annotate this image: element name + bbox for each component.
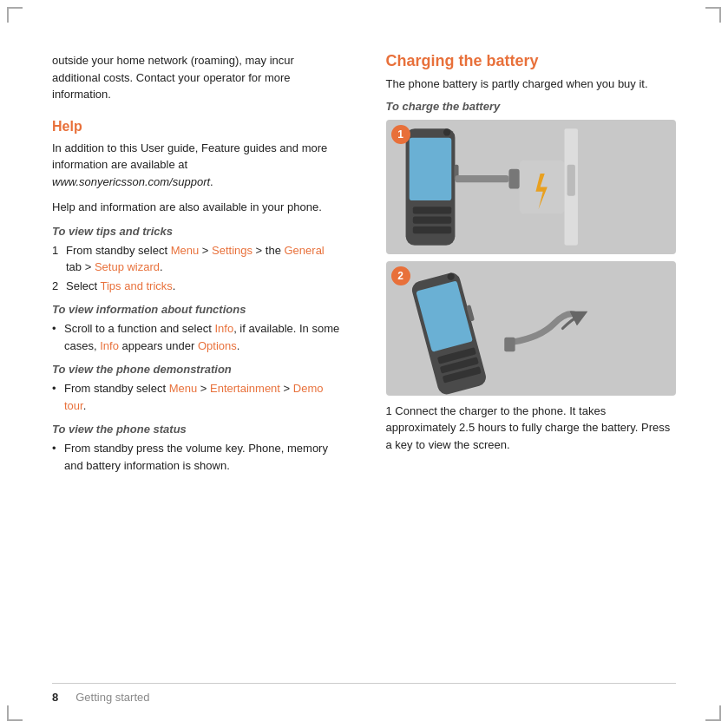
left-column: outside your home network (roaming), may… — [52, 52, 351, 676]
svg-point-2 — [443, 128, 449, 135]
phone-svg-2 — [386, 261, 677, 396]
intro-text: outside your home network (roaming), may… — [52, 52, 343, 103]
corner-mark-br — [705, 705, 721, 721]
svg-rect-8 — [508, 168, 519, 188]
info-list: Scroll to a function and select Info, if… — [52, 320, 343, 354]
charge-subheading: To charge the battery — [386, 100, 677, 113]
menu-link-1: Menu — [171, 244, 200, 257]
phone-image-2: 2 — [386, 261, 677, 396]
help-heading: Help — [52, 119, 343, 134]
corner-mark-tl — [7, 7, 23, 23]
phone-image-1: 1 — [386, 120, 677, 254]
tips-step-1: 1 From standby select Menu > Settings > … — [52, 242, 343, 276]
menu-link-2: Menu — [169, 382, 198, 395]
step-num-2: 2 — [391, 266, 410, 285]
help-body2: Help and information are also available … — [52, 199, 343, 216]
svg-rect-14 — [416, 280, 473, 351]
tips-step-2: 2 Select Tips and tricks. — [52, 278, 343, 295]
step-desc-num: 1 — [386, 404, 396, 417]
footer-page-number: 8 — [52, 691, 58, 704]
entertainment-link: Entertainment — [210, 382, 280, 395]
step-description: 1 Connect the charger to the phone. It t… — [386, 403, 677, 454]
corner-mark-tr — [705, 7, 721, 23]
svg-rect-20 — [504, 337, 515, 351]
status-subheading: To view the phone status — [52, 423, 343, 436]
svg-rect-12 — [567, 164, 574, 195]
help-url: www.sonyericsson.com/support — [52, 175, 210, 188]
demo-subheading: To view the phone demonstration — [52, 363, 343, 376]
phone-svg-1 — [386, 120, 677, 254]
svg-rect-7 — [455, 175, 508, 182]
setup-wizard-link: Setup wizard — [95, 260, 160, 273]
demo-list: From standby select Menu > Entertainment… — [52, 380, 343, 414]
svg-rect-4 — [412, 207, 450, 213]
footer: 8 Getting started — [52, 683, 676, 704]
charging-heading: Charging the battery — [386, 52, 677, 70]
demo-bullet-1: From standby select Menu > Entertainment… — [52, 380, 343, 414]
phone-image-1-container: 1 — [386, 120, 677, 254]
tips-subheading: To view tips and tricks — [52, 225, 343, 238]
svg-rect-6 — [412, 226, 450, 233]
corner-mark-bl — [7, 705, 23, 721]
general-link: General — [285, 244, 325, 257]
svg-rect-5 — [412, 216, 450, 223]
status-list: From standby press the volume key. Phone… — [52, 440, 343, 474]
status-bullet-1: From standby press the volume key. Phone… — [52, 440, 343, 474]
info-subheading: To view information about functions — [52, 303, 343, 316]
charging-intro: The phone battery is partly charged when… — [386, 75, 677, 93]
page-content: outside your home network (roaming), may… — [52, 52, 676, 676]
info-link-1: Info — [214, 322, 233, 335]
info-link-2: Info — [100, 339, 119, 352]
right-column: Charging the battery The phone battery i… — [377, 52, 677, 676]
options-link: Options — [198, 339, 237, 352]
step-num-1: 1 — [391, 125, 410, 144]
help-body1: In addition to this User guide, Feature … — [52, 140, 343, 191]
footer-section: Getting started — [75, 691, 149, 704]
tips-tricks-link: Tips and tricks — [101, 279, 173, 292]
info-bullet-1: Scroll to a function and select Info, if… — [52, 320, 343, 354]
phone-image-2-container: 2 — [386, 261, 677, 396]
settings-link: Settings — [212, 244, 253, 257]
svg-rect-1 — [409, 137, 451, 200]
tips-list: 1 From standby select Menu > Settings > … — [52, 242, 343, 295]
